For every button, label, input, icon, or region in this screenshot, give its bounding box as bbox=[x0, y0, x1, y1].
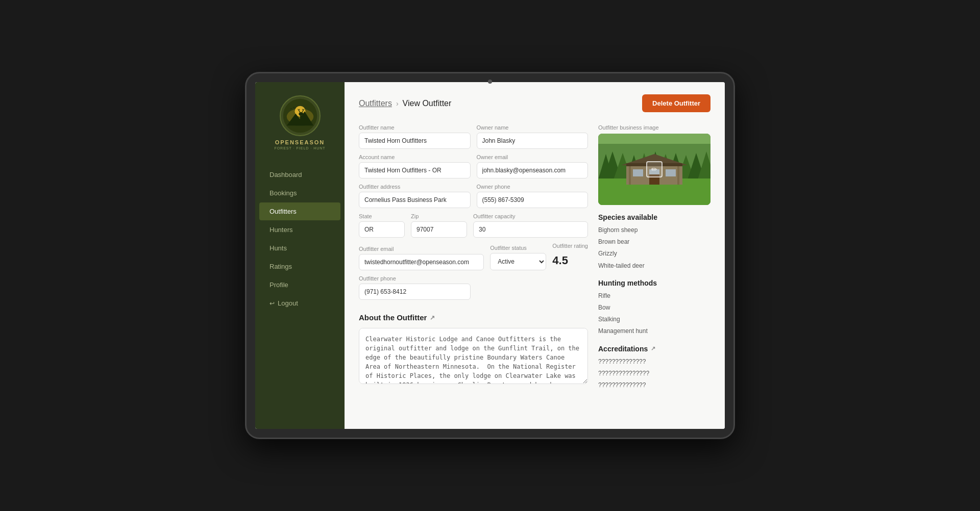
accreditation-item-2: ?????????????? bbox=[598, 380, 710, 390]
sidebar-item-ratings[interactable]: Ratings bbox=[259, 258, 340, 275]
accreditations-title-container: Accreditations ↗ bbox=[598, 345, 710, 353]
about-section: About the Outfitter ↗ Clearwater Histori… bbox=[359, 313, 588, 386]
hunting-methods-title: Hunting methods bbox=[598, 279, 710, 287]
outfitter-phone-field: Outfitter phone bbox=[359, 275, 471, 300]
outfitter-name-field: Outfitter name bbox=[359, 124, 471, 149]
sidebar-item-outfitters[interactable]: Outfitters bbox=[259, 202, 340, 220]
owner-phone-label: Owner phone bbox=[477, 184, 589, 190]
accreditations-title: Accreditations bbox=[598, 345, 648, 353]
species-title: Species available bbox=[598, 213, 710, 221]
main-content: Outfitters › View Outfitter Delete Outfi… bbox=[345, 82, 725, 429]
state-input[interactable] bbox=[359, 221, 405, 238]
outfitter-rating-field: Outfitter rating 4.5 bbox=[552, 243, 588, 270]
owner-email-input[interactable] bbox=[477, 162, 589, 178]
zip-label: Zip bbox=[411, 213, 467, 219]
owner-email-field: Owner email bbox=[477, 154, 589, 178]
svg-rect-34 bbox=[677, 165, 679, 185]
capacity-field: Outfitter capacity bbox=[473, 213, 588, 238]
outfitter-phone-label: Outfitter phone bbox=[359, 275, 471, 282]
zip-field: Zip bbox=[411, 213, 467, 238]
method-item-1: Bow bbox=[598, 303, 710, 313]
account-name-label: Account name bbox=[359, 154, 471, 160]
business-image-box: Outfitter business image bbox=[598, 124, 710, 205]
about-title: About the Outfitter ↗ bbox=[359, 313, 588, 322]
svg-rect-33 bbox=[629, 165, 631, 185]
owner-phone-input[interactable] bbox=[477, 192, 589, 208]
species-item-2: Grizzly bbox=[598, 249, 710, 259]
state-field: State bbox=[359, 213, 405, 238]
outfitter-rating-label: Outfitter rating bbox=[552, 243, 588, 249]
owner-email-label: Owner email bbox=[477, 154, 589, 160]
logout-label: Logout bbox=[278, 299, 298, 307]
breadcrumb-separator: › bbox=[396, 99, 399, 108]
owner-name-input[interactable] bbox=[477, 133, 589, 149]
account-name-field: Account name bbox=[359, 154, 471, 178]
method-item-3: Management hunt bbox=[598, 326, 710, 336]
species-item-1: Brown bear bbox=[598, 237, 710, 247]
outfitter-email-input[interactable] bbox=[359, 254, 484, 270]
sidebar-item-bookings[interactable]: Bookings bbox=[259, 184, 340, 202]
method-item-0: Rifle bbox=[598, 291, 710, 301]
business-image-label: Outfitter business image bbox=[598, 124, 710, 131]
sidebar-nav: Dashboard Bookings Outfitters Hunters Hu… bbox=[255, 160, 345, 429]
sidebar-logo: OPENSEASON FOREST · FIELD · HUNT bbox=[255, 87, 345, 160]
svg-rect-31 bbox=[666, 169, 676, 176]
outfitter-address-input[interactable] bbox=[359, 192, 471, 208]
owner-name-label: Owner name bbox=[477, 124, 589, 131]
about-title-text: About the Outfitter bbox=[359, 313, 427, 322]
accreditation-item-0: ?????????????? bbox=[598, 357, 710, 367]
outfitter-status-label: Outfitter status bbox=[490, 245, 546, 251]
edit-image-button[interactable]: ✏ bbox=[646, 161, 663, 177]
sidebar-item-hunts[interactable]: Hunts bbox=[259, 239, 340, 257]
capacity-label: Outfitter capacity bbox=[473, 213, 588, 219]
species-section: Species available Bighorn sheep Brown be… bbox=[598, 213, 710, 271]
tablet-frame: OPENSEASON FOREST · FIELD · HUNT Dashboa… bbox=[245, 72, 735, 439]
outfitter-name-label: Outfitter name bbox=[359, 124, 471, 131]
logout-icon: ↩ bbox=[270, 300, 275, 307]
sidebar-item-hunters[interactable]: Hunters bbox=[259, 221, 340, 239]
svg-rect-6 bbox=[300, 116, 302, 119]
external-link-icon: ↗ bbox=[430, 314, 435, 321]
state-label: State bbox=[359, 213, 405, 219]
species-item-3: White-tailed deer bbox=[598, 261, 710, 271]
outfitter-email-field: Outfitter email bbox=[359, 246, 484, 270]
outfitter-email-label: Outfitter email bbox=[359, 246, 484, 252]
owner-phone-field: Owner phone bbox=[477, 184, 589, 208]
business-image: ✏ bbox=[598, 134, 710, 205]
logo-circle bbox=[280, 95, 321, 136]
breadcrumb-parent[interactable]: Outfitters bbox=[359, 99, 392, 108]
species-item-0: Bighorn sheep bbox=[598, 225, 710, 235]
logo-subtext: FOREST · FIELD · HUNT bbox=[274, 146, 325, 150]
breadcrumb-current: View Outfitter bbox=[403, 99, 452, 108]
method-item-2: Stalking bbox=[598, 315, 710, 324]
sidebar-item-profile[interactable]: Profile bbox=[259, 276, 340, 294]
accreditations-section: Accreditations ↗ ?????????????? ????????… bbox=[598, 345, 710, 391]
about-textarea[interactable]: Clearwater Historic Lodge and Canoe Outf… bbox=[359, 328, 588, 384]
tablet-screen: OPENSEASON FOREST · FIELD · HUNT Dashboa… bbox=[255, 82, 725, 429]
outfitter-rating-value: 4.5 bbox=[552, 251, 588, 270]
outfitter-phone-input[interactable] bbox=[359, 284, 471, 300]
page-header: Outfitters › View Outfitter Delete Outfi… bbox=[359, 94, 710, 112]
sidebar-item-dashboard[interactable]: Dashboard bbox=[259, 166, 340, 184]
accreditation-item-1: ??????????????? bbox=[598, 369, 710, 378]
outfitter-status-field: Outfitter status Active Inactive bbox=[490, 245, 546, 270]
sidebar-item-logout[interactable]: ↩ Logout bbox=[259, 294, 340, 312]
delete-outfitter-button[interactable]: Delete Outfitter bbox=[642, 94, 710, 112]
hunting-methods-section: Hunting methods Rifle Bow Stalking Manag… bbox=[598, 279, 710, 337]
outfitter-name-input[interactable] bbox=[359, 133, 471, 149]
account-name-input[interactable] bbox=[359, 162, 471, 178]
outfitter-address-label: Outfitter address bbox=[359, 184, 471, 190]
owner-name-field: Owner name bbox=[477, 124, 589, 149]
svg-rect-29 bbox=[633, 169, 643, 176]
breadcrumb: Outfitters › View Outfitter bbox=[359, 99, 451, 108]
accreditations-edit-icon[interactable]: ↗ bbox=[651, 345, 655, 352]
zip-input[interactable] bbox=[411, 221, 467, 238]
sidebar: OPENSEASON FOREST · FIELD · HUNT Dashboa… bbox=[255, 82, 345, 429]
outfitter-status-select[interactable]: Active Inactive bbox=[490, 253, 546, 270]
capacity-input[interactable] bbox=[473, 221, 588, 238]
logo-text: OPENSEASON bbox=[275, 139, 325, 145]
svg-point-5 bbox=[299, 112, 303, 116]
outfitter-address-field: Outfitter address bbox=[359, 184, 471, 208]
